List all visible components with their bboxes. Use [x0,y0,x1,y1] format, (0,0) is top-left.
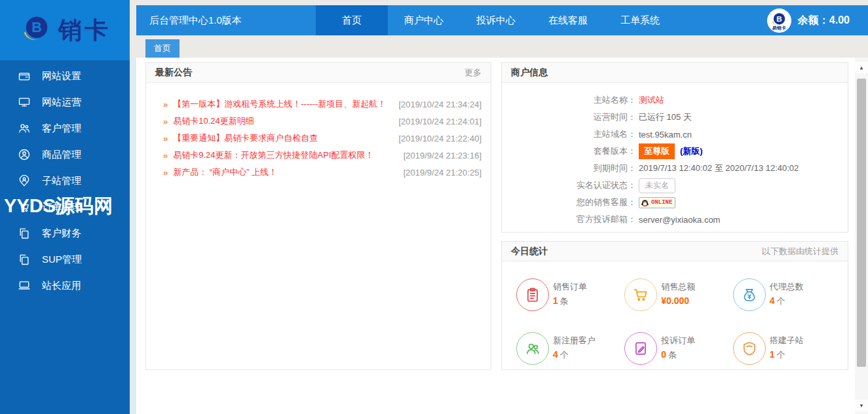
svg-text:B: B [31,19,42,35]
runtime-value: 已运行 105 天 [639,111,692,123]
brand-logo-icon: B [19,13,53,47]
announcements-panel: 最新公告 更多 » 【第一版本】游戏租号系统上线！------新项目、新起航！ … [145,62,491,370]
announcements-header: 最新公告 更多 [146,63,491,83]
people-icon [516,332,549,365]
sidebar-item-label: 客户财务 [42,227,81,240]
double-chevron-icon: » [163,100,168,109]
clipboard-icon [516,278,549,311]
more-link[interactable]: 更多 [464,67,481,79]
stat-label: 销售总额 [661,281,695,293]
qq-penguin-icon [640,198,650,208]
stat-unit: 个 [560,350,569,360]
sidebar-item-customer-management[interactable]: 客户管理 [0,115,130,141]
stat-label: 搭建子站 [770,335,804,347]
scroll-up-arrow-icon[interactable]: ▲ [855,62,868,73]
brand-name: 销卡 [58,14,111,47]
document-edit-icon [624,332,657,365]
merchant-row-service: 您的销售客服： ONLINE [502,194,848,211]
navbar-items: 首页 商户中心 投诉中心 在线客服 工单系统 [316,5,676,35]
admin-title: 后台管理中心1.0版本 [136,14,316,27]
tab-strip: 首页 [136,35,868,58]
field-label: 运营时间： [502,111,636,123]
announcement-date: [2019/10/24 21:34:24] [398,100,481,109]
sidebar-item-label: 客户管理 [42,122,81,135]
announcement-date: [2019/9/24 21:23:16] [404,151,481,160]
stat-unit: 个 [776,296,785,306]
copy-icon [17,226,31,240]
nav-item-online-service[interactable]: 在线客服 [532,5,604,35]
new-version-link[interactable]: (新版) [680,145,703,157]
announcement-date: [2019/9/24 21:20:25] [404,168,481,178]
stat-unit: 条 [668,350,677,360]
field-label: 套餐版本： [502,145,636,157]
stat-agents-total: 代理总数 4个 [733,278,841,311]
sidebar-item-order-management[interactable]: 订单管理 [0,194,130,220]
merchant-info-panel: 商户信息 主站名称： 测试站 运营时间： 已运行 105 天 主站域名： tes… [501,62,848,233]
expire-value: 2019/7/13 12:40:02 至 2020/7/13 12:40:02 [639,162,799,174]
stat-new-customers: 新注册客户 4个 [516,332,624,365]
announcement-row: » 【重要通知】易销卡要求商户自检自查 [2019/10/24 21:22:40… [155,130,481,147]
nav-item-home[interactable]: 首页 [316,5,388,35]
sidebar-item-site-operation[interactable]: 网站运营 [0,89,130,115]
sidebar-menu: 网站设置 网站运营 客户管理 商品管理 子站管理 订单管理 客户财务 SUP管 [0,60,130,299]
double-chevron-icon: » [163,117,168,126]
scrollbar-thumb[interactable] [857,79,866,367]
merchant-row-plan: 套餐版本： 至尊版 (新版) [502,143,848,160]
merchant-row-email: 官方投诉邮箱： server@yixiaoka.com [502,211,848,228]
stat-value: 0 [661,349,666,360]
nav-item-ticket-system[interactable]: 工单系统 [604,5,676,35]
stat-label: 代理总数 [770,281,804,293]
sidebar-item-webmaster-apps[interactable]: 站长应用 [0,273,130,299]
field-label: 您的销售客服： [502,197,636,208]
brand-badge-icon[interactable]: B 易销卡 [767,9,791,33]
wallet-icon [17,69,31,83]
vertical-scrollbar[interactable]: ▲ ▼ [855,58,868,414]
sidebar-item-sup-management[interactable]: SUP管理 [0,246,130,273]
merchant-info-title: 商户信息 [511,67,548,79]
announcement-link[interactable]: 新产品： “商户中心” 上线！ [173,166,277,178]
sidebar-item-label: 订单管理 [42,201,81,214]
layout-gutter [130,58,136,414]
tab-home[interactable]: 首页 [145,39,179,58]
domain-value: test.95kam.cn [639,130,692,140]
user-circle-icon [17,147,31,162]
moneybag-icon [733,278,766,311]
stat-sales-orders: 销售订单 1条 [516,278,624,311]
sidebar-item-label: 子站管理 [42,175,81,187]
announcement-link[interactable]: 易销卡10.24更新明细 [173,115,254,127]
sidebar-item-site-settings[interactable]: 网站设置 [0,63,130,89]
sidebar-item-customer-finance[interactable]: 客户财务 [0,220,130,246]
field-label: 实名认证状态： [502,179,636,191]
cart-icon [624,278,657,311]
realname-status-button[interactable]: 未实名 [639,178,675,193]
announcement-link[interactable]: 【重要通知】易销卡要求商户自检自查 [173,132,318,144]
double-chevron-icon: » [163,151,168,160]
cart-icon [17,200,31,214]
today-stats-title: 今日统计 [511,246,548,257]
field-label: 到期时间： [502,162,636,174]
merchant-row-expire: 到期时间： 2019/7/13 12:40:02 至 2020/7/13 12:… [502,160,848,177]
site-name-value: 测试站 [639,94,664,106]
announcement-link[interactable]: 易销卡9.24更新：开放第三方快捷登陆API配置权限！ [173,149,373,161]
monitor-icon [17,95,31,109]
double-chevron-icon: » [163,134,168,143]
merchant-row-site-name: 主站名称： 测试站 [502,92,848,109]
stat-label: 投诉订单 [661,335,695,347]
sidebar-item-label: SUP管理 [42,254,82,266]
nav-item-complaint-center[interactable]: 投诉中心 [460,5,532,35]
announcements-title: 最新公告 [155,67,192,79]
stat-value: 1 [553,295,558,306]
merchant-row-domain: 主站域名： test.95kam.cn [502,126,848,143]
announcement-row: » 易销卡10.24更新明细 [2019/10/24 21:24:01] [155,113,481,130]
laptop-icon [17,278,31,293]
qq-contact-badge[interactable]: ONLINE [639,197,675,208]
sidebar-item-product-management[interactable]: 商品管理 [0,141,130,168]
complaint-email-value: server@yixiaoka.com [639,215,720,225]
scroll-down-arrow-icon[interactable]: ▼ [855,400,868,411]
today-stats-panel: 今日统计 以下数据由统计提供 销售订单 1条 销售总额 ¥0.000 [501,241,848,370]
sidebar-item-substation-management[interactable]: 子站管理 [0,168,130,194]
stats-grid: 销售订单 1条 销售总额 ¥0.000 代理总数 4个 [502,261,848,365]
sidebar: B 销卡 网站设置 网站运营 客户管理 商品管理 子站管理 订单管理 [0,0,130,414]
announcement-link[interactable]: 【第一版本】游戏租号系统上线！------新项目、新起航！ [173,98,386,110]
nav-item-merchant-center[interactable]: 商户中心 [388,5,460,35]
